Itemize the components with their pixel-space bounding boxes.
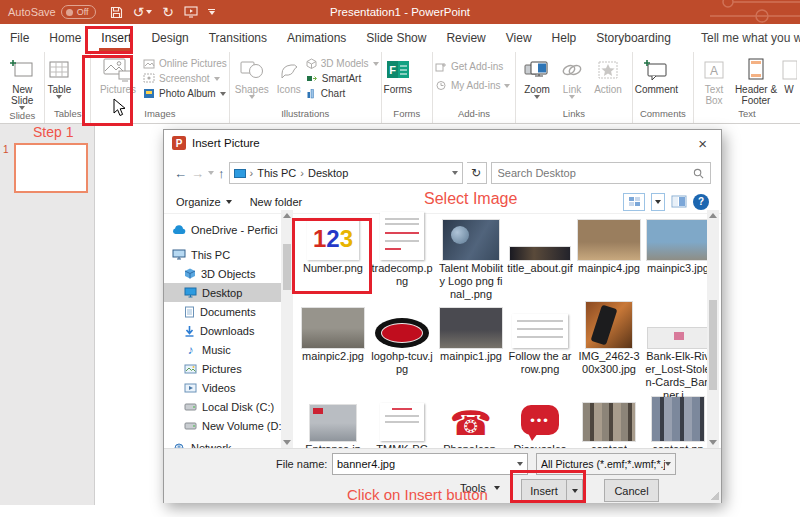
file-bank-elk-river[interactable]: Bank-Elk-River_Lost-Stolen-Cards_Banner.… [645, 302, 711, 402]
file-entrance[interactable]: Entrance.jp [300, 395, 366, 456]
file-mainpic4[interactable]: mainpic4.jpg [576, 214, 642, 301]
new-slide-button[interactable]: New Slide [2, 53, 42, 110]
sidebar-scroll-thumb[interactable] [283, 244, 291, 290]
slides-panel[interactable]: 1 [0, 124, 95, 505]
sidebar-item-local-disk[interactable]: Local Disk (C:) [164, 397, 281, 416]
file-type-dropdown[interactable]: All Pictures (*.emf;*.wmf;*.jpg;* [536, 453, 676, 475]
icons-button[interactable]: Icons [272, 53, 306, 95]
tab-insert[interactable]: Insert [91, 24, 141, 52]
tell-me-search[interactable]: Tell me what you want [681, 24, 800, 52]
file-phoneicon[interactable]: ☎ PhoneIcon. [438, 395, 504, 456]
breadcrumb[interactable]: › This PC › Desktop [229, 162, 463, 184]
breadcrumb-caret-icon[interactable] [452, 171, 458, 175]
tab-animations[interactable]: Animations [277, 24, 356, 52]
comment-button[interactable]: Comment [635, 53, 678, 95]
file-number-png[interactable]: 123 Number.png [300, 214, 366, 301]
sidebar-item-desktop[interactable]: Desktop [164, 283, 281, 302]
3d-models-button[interactable]: 3D Models [306, 58, 379, 69]
file-tradecomp[interactable]: tradecomp.png [369, 214, 435, 301]
table-button[interactable]: Table [47, 53, 71, 99]
back-button[interactable]: ← [174, 166, 187, 181]
preview-pane-icon[interactable] [671, 195, 687, 208]
3d-objects-icon [184, 268, 196, 279]
sidebar-scroll-down-icon[interactable] [283, 440, 291, 445]
file-content-pn[interactable]: content.pn [645, 395, 711, 456]
breadcrumb-desktop[interactable]: Desktop [308, 167, 348, 179]
sidebar-item-onedrive[interactable]: OneDrive - Perfici [164, 220, 281, 239]
file-mainpic1[interactable]: mainpic1.jpg [438, 302, 504, 402]
view-mode-button[interactable] [623, 193, 645, 211]
grid-scroll-down-icon[interactable] [709, 440, 717, 445]
breadcrumb-this-pc[interactable]: This PC [257, 167, 296, 179]
grid-scroll-thumb[interactable] [709, 300, 717, 390]
photo-album-button[interactable]: Photo Album [143, 88, 227, 99]
tab-help[interactable]: Help [542, 24, 587, 52]
tab-review[interactable]: Review [436, 24, 495, 52]
sidebar-item-videos[interactable]: Videos [164, 378, 281, 397]
get-addins-button[interactable]: Get Add-ins [435, 61, 510, 72]
sidebar-item-network[interactable]: Network [164, 438, 281, 448]
tab-storyboarding[interactable]: Storyboarding [586, 24, 681, 52]
search-input[interactable] [498, 167, 694, 179]
wordart-button-cut[interactable]: W [780, 53, 798, 95]
up-button[interactable]: ↑ [218, 166, 225, 181]
search-box[interactable] [491, 162, 712, 184]
sidebar-item-documents[interactable]: Documents [164, 302, 281, 321]
view-mode-caret-button[interactable] [651, 193, 665, 211]
header-footer-button[interactable]: Header & Footer [732, 53, 780, 106]
file-mainpic3[interactable]: mainpic3.jpg [645, 214, 711, 301]
sidebar-scroll-up-icon[interactable] [283, 213, 291, 218]
forms-button[interactable]: F Forms [384, 53, 412, 95]
sidebar-item-pictures[interactable]: Pictures [164, 359, 281, 378]
refresh-button[interactable]: ↻ [467, 162, 487, 184]
insert-dropdown[interactable] [567, 489, 582, 493]
sidebar-item-3d-objects[interactable]: 3D Objects [164, 264, 281, 283]
sidebar-item-music[interactable]: ♪ Music [164, 340, 281, 359]
tab-file[interactable]: File [0, 24, 39, 52]
smartart-button[interactable]: SmartArt [306, 73, 379, 84]
online-pictures-button[interactable]: Online Pictures [143, 58, 227, 69]
link-button[interactable]: Link [556, 53, 588, 99]
grid-scroll-up-icon[interactable] [709, 213, 717, 218]
slide-thumbnail[interactable] [14, 143, 88, 193]
file-name-input[interactable] [337, 458, 517, 470]
file-img-2462[interactable]: IMG_2462-300x300.jpg [576, 302, 642, 402]
file-mainpic2[interactable]: mainpic2.jpg [300, 302, 366, 402]
close-icon[interactable]: × [692, 136, 713, 151]
file-follow-the-arrow[interactable]: Follow the arrow.png [507, 302, 573, 402]
chart-button[interactable]: Chart [306, 88, 379, 99]
insert-button[interactable]: Insert [521, 479, 583, 502]
sidebar-item-this-pc[interactable]: This PC [164, 245, 281, 264]
sidebar-item-downloads[interactable]: Downloads [164, 321, 281, 340]
dialog-title-bar[interactable]: P Insert Picture × [164, 130, 721, 156]
tab-view[interactable]: View [496, 24, 542, 52]
pictures-button[interactable]: Pictures [93, 53, 143, 95]
screenshot-button[interactable]: Screenshot [143, 73, 227, 84]
shapes-button[interactable]: Shapes [232, 53, 272, 99]
file-logohp-tcuv[interactable]: logohp-tcuv.jpg [369, 302, 435, 402]
file-talent-mobility[interactable]: Talent Mobility Logo png final_.png [438, 214, 504, 301]
forward-button[interactable]: → [191, 166, 204, 181]
file-discussico[interactable]: ••• DiscussIco [507, 395, 573, 456]
text-box-button[interactable]: A Text Box [696, 53, 732, 106]
help-icon[interactable]: ? [693, 194, 709, 210]
action-button[interactable]: Action [588, 53, 628, 95]
tab-transitions[interactable]: Transitions [199, 24, 277, 52]
file-tmmk-pc[interactable]: TMMK-PC [369, 395, 435, 456]
cancel-button[interactable]: Cancel [604, 479, 659, 502]
new-folder-button[interactable]: New folder [250, 196, 303, 208]
file-content[interactable]: content [576, 395, 642, 456]
resize-grip[interactable] [711, 492, 719, 500]
tab-slide-show[interactable]: Slide Show [356, 24, 436, 52]
sidebar-scrollbar[interactable] [281, 210, 293, 448]
file-title-about[interactable]: title_about.gif [507, 214, 573, 301]
tab-design[interactable]: Design [141, 24, 198, 52]
file-name-combobox[interactable] [332, 453, 528, 475]
zoom-button[interactable]: Zoom [518, 53, 556, 99]
tab-home[interactable]: Home [39, 24, 91, 52]
sidebar-item-new-volume[interactable]: New Volume (D: [164, 416, 281, 435]
my-addins-button[interactable]: My Add-ins [435, 80, 510, 91]
file-grid-scrollbar[interactable] [707, 210, 719, 448]
history-caret-icon[interactable] [208, 171, 214, 175]
organize-button[interactable]: Organize [176, 196, 232, 208]
